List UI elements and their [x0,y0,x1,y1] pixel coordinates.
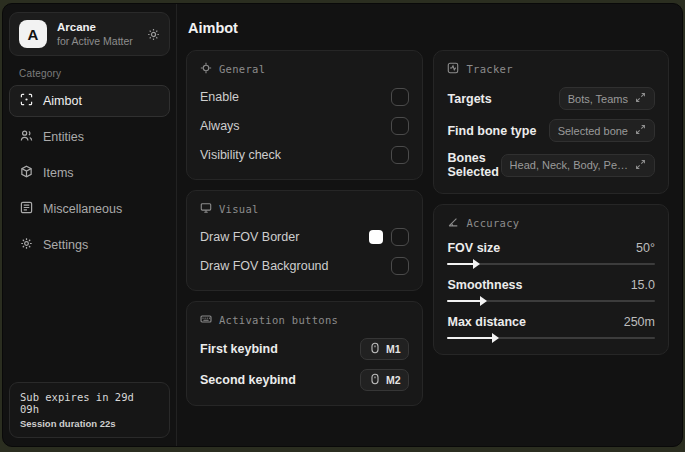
tracker-card: Tracker Targets Bots, Teams [433,50,669,194]
setting-row: Always [200,116,409,136]
entities-icon [20,129,33,145]
second-keybind-badge[interactable]: M2 [360,369,410,391]
crosshair-icon [200,62,212,76]
setting-row: Enable [200,87,409,107]
category-label: Category [19,68,170,79]
crosshair-icon [20,93,33,109]
slider-fill [447,300,480,302]
setting-label: Draw FOV Background [200,259,329,273]
setting-row: Find bone type Selected bone [447,119,655,142]
setting-row: Draw FOV Border [200,227,409,247]
max-distance-slider[interactable] [447,337,655,339]
brand-name: Arcane [57,20,137,34]
card-header-label: Accuracy [466,217,519,229]
setting-row: Visibility check [200,145,409,165]
setting-row: Targets Bots, Teams [447,87,655,110]
expand-icon [635,159,646,172]
setting-row: Second keybind M2 [200,369,409,391]
sidebar-item-label: Aimbot [43,94,82,108]
sidebar-item-label: Entities [43,130,84,144]
activation-card: Activation buttons First keybind M1 [186,301,423,406]
sidebar-item-entities[interactable]: Entities [9,121,170,153]
list-icon [20,201,33,217]
setting-label: Targets [447,92,491,106]
sidebar-item-miscellaneous[interactable]: Miscellaneous [9,193,170,225]
page-title: Aimbot [188,20,669,36]
slider-value: 50° [636,241,655,255]
dropdown-value: Selected bone [558,125,628,137]
fov-size-slider[interactable] [447,263,655,265]
fov-border-color-swatch[interactable] [369,230,383,244]
angle-icon [447,216,459,230]
mouse-icon [369,373,381,387]
activity-icon [447,62,459,76]
setting-label: Always [200,119,240,133]
app-window: A Arcane for Active Matter Category Aimb [2,3,683,447]
sidebar: A Arcane for Active Matter Category Aimb [3,4,177,446]
sidebar-item-aimbot[interactable]: Aimbot [9,85,170,117]
sidebar-item-label: Items [43,166,74,180]
subscription-card: Sub expires in 29d 09h Session duration … [9,382,170,438]
sidebar-item-settings[interactable]: Settings [9,229,170,261]
sub-expiry-text: Sub expires in 29d 09h [20,391,159,415]
session-duration-text: Session duration 22s [20,418,159,429]
visual-card: Visual Draw FOV Border Draw FOV Backgrou… [186,190,423,291]
targets-dropdown[interactable]: Bots, Teams [559,87,655,110]
slider-fill [447,263,474,265]
find-bone-type-dropdown[interactable]: Selected bone [549,119,655,142]
expand-icon [635,92,646,105]
first-keybind-badge[interactable]: M1 [360,338,410,360]
sidebar-item-items[interactable]: Items [9,157,170,189]
card-header-label: General [219,63,265,75]
always-checkbox[interactable] [391,117,409,135]
main-content: Aimbot General Enable [177,4,682,446]
setting-label: Find bone type [447,124,536,138]
visibility-check-checkbox[interactable] [391,146,409,164]
slider-value: 250m [624,315,655,329]
expand-icon [635,124,646,137]
draw-fov-background-checkbox[interactable] [391,257,409,275]
max-distance-slider-row: Max distance 250m [447,315,655,339]
setting-row: Draw FOV Background [200,256,409,276]
setting-label: First keybind [200,342,278,356]
sidebar-item-label: Miscellaneous [43,202,122,216]
slider-fill [447,337,493,339]
card-header-label: Visual [219,203,259,215]
keyboard-icon [200,313,212,327]
setting-label: Smoothness [447,278,522,292]
sidebar-item-label: Settings [43,238,88,252]
slider-value: 15.0 [631,278,655,292]
dropdown-value: Bots, Teams [568,93,628,105]
setting-label: Max distance [447,315,526,329]
setting-label: Visibility check [200,148,281,162]
draw-fov-border-checkbox[interactable] [391,228,409,246]
gear-icon[interactable] [147,28,160,41]
keybind-value: M1 [386,343,401,355]
smoothness-slider-row: Smoothness 15.0 [447,278,655,302]
smoothness-slider[interactable] [447,300,655,302]
dropdown-value: Head, Neck, Body, Pe… [510,159,628,171]
card-header-label: Tracker [466,63,512,75]
bones-selected-dropdown[interactable]: Head, Neck, Body, Pe… [501,154,655,177]
monitor-icon [200,202,212,216]
keybind-value: M2 [386,374,401,386]
brand-subtitle: for Active Matter [57,35,137,48]
brand-logo: A [19,20,47,48]
fov-size-slider-row: FOV size 50° [447,241,655,265]
cube-icon [20,165,33,181]
setting-label: Bones Selected [447,151,500,179]
mouse-icon [369,342,381,356]
accuracy-card: Accuracy FOV size 50° Smoothness [433,204,669,355]
brand-card: A Arcane for Active Matter [9,12,170,56]
setting-label: Enable [200,90,239,104]
gear-icon [20,237,33,253]
setting-label: Second keybind [200,373,296,387]
setting-label: FOV size [447,241,500,255]
general-card: General Enable Always Visibility check [186,50,423,180]
setting-label: Draw FOV Border [200,230,299,244]
enable-checkbox[interactable] [391,88,409,106]
setting-row: Bones Selected Head, Neck, Body, Pe… [447,151,655,179]
setting-row: First keybind M1 [200,338,409,360]
card-header-label: Activation buttons [219,314,338,326]
